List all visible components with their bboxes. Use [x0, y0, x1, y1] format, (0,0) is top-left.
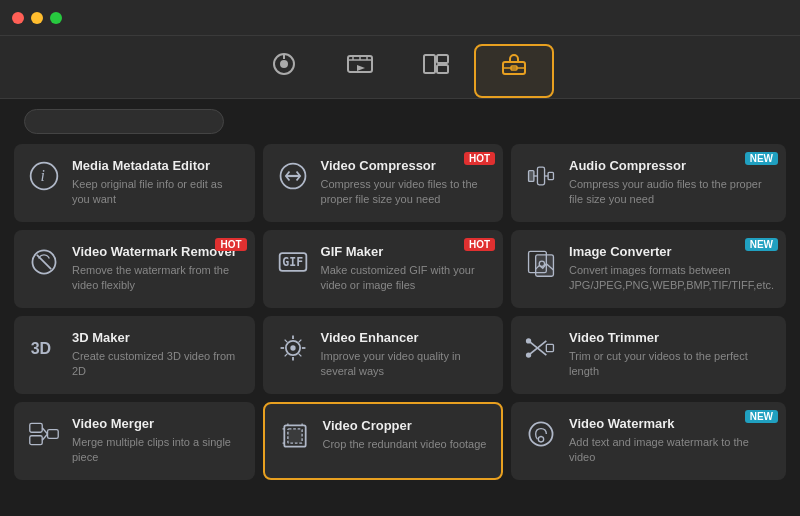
tool-title-video-cropper: Video Cropper	[323, 418, 490, 433]
tools-grid: iMedia Metadata EditorKeep original file…	[0, 144, 800, 494]
video-merger-icon	[26, 418, 62, 450]
tool-desc-gif-maker: Make customized GIF with your video or i…	[321, 263, 492, 294]
tool-card-video-enhancer[interactable]: Video EnhancerImprove your video quality…	[263, 316, 504, 394]
tool-desc-audio-compressor: Compress your audio files to the proper …	[569, 177, 774, 208]
video-watermark-icon	[523, 418, 559, 450]
svg-rect-52	[48, 430, 59, 439]
minimize-button[interactable]	[31, 12, 43, 24]
image-converter-icon	[523, 246, 559, 278]
video-enhancer-icon	[275, 332, 311, 364]
video-cropper-icon	[277, 420, 313, 452]
tool-card-video-trimmer[interactable]: Video TrimmerTrim or cut your videos to …	[511, 316, 786, 394]
search-wrapper: 🔍	[24, 109, 224, 134]
badge-image-converter: New	[745, 238, 778, 251]
tool-card-3d-maker[interactable]: 3D3D MakerCreate customized 3D video fro…	[14, 316, 255, 394]
tool-card-audio-compressor[interactable]: Audio CompressorCompress your audio file…	[511, 144, 786, 222]
tool-info-media-metadata-editor: Media Metadata EditorKeep original file …	[72, 158, 243, 208]
tool-info-gif-maker: GIF MakerMake customized GIF with your v…	[321, 244, 492, 294]
svg-text:i: i	[40, 167, 44, 184]
toolbox-icon	[500, 52, 528, 82]
tool-info-video-trimmer: Video TrimmerTrim or cut your videos to …	[569, 330, 774, 380]
svg-text:GIF: GIF	[282, 255, 303, 269]
tool-desc-3d-maker: Create customized 3D video from 2D	[72, 349, 243, 380]
close-button[interactable]	[12, 12, 24, 24]
tool-desc-video-watermark-remover: Remove the watermark from the video flex…	[72, 263, 243, 294]
tool-title-image-converter: Image Converter	[569, 244, 774, 259]
title-bar	[0, 0, 800, 36]
tool-card-video-watermark-remover[interactable]: Video Watermark RemoverRemove the waterm…	[14, 230, 255, 308]
svg-rect-49	[30, 436, 42, 445]
3d-maker-icon: 3D	[26, 332, 62, 364]
badge-video-watermark-remover: Hot	[215, 238, 246, 251]
svg-rect-54	[287, 429, 301, 443]
mv-icon	[346, 52, 374, 82]
tool-info-video-watermark-remover: Video Watermark RemoverRemove the waterm…	[72, 244, 243, 294]
svg-line-42	[284, 354, 286, 356]
svg-rect-20	[529, 171, 534, 182]
tool-desc-video-watermark: Add text and image watermark to the vide…	[569, 435, 774, 466]
svg-line-51	[42, 434, 47, 440]
nav-item-converter[interactable]	[246, 46, 322, 96]
video-watermark-remover-icon	[26, 246, 62, 278]
tool-title-video-watermark: Video Watermark	[569, 416, 774, 431]
tool-info-video-cropper: Video CropperCrop the redundant video fo…	[323, 418, 490, 452]
video-compressor-icon	[275, 160, 311, 192]
tool-card-video-compressor[interactable]: Video CompressorCompress your video file…	[263, 144, 504, 222]
svg-line-39	[284, 340, 286, 342]
svg-rect-24	[548, 172, 553, 179]
svg-point-46	[526, 352, 531, 357]
svg-point-1	[280, 60, 288, 68]
svg-rect-10	[437, 55, 448, 63]
tool-title-audio-compressor: Audio Compressor	[569, 158, 774, 173]
svg-rect-11	[437, 65, 448, 73]
badge-audio-compressor: New	[745, 152, 778, 165]
tool-info-video-merger: Video MergerMerge multiple clips into a …	[72, 416, 243, 466]
tool-card-video-cropper[interactable]: Video CropperCrop the redundant video fo…	[263, 402, 504, 480]
svg-rect-48	[30, 423, 42, 432]
tool-title-media-metadata-editor: Media Metadata Editor	[72, 158, 243, 173]
search-input[interactable]	[24, 109, 224, 134]
tool-desc-media-metadata-editor: Keep original file info or edit as you w…	[72, 177, 243, 208]
tool-title-video-merger: Video Merger	[72, 416, 243, 431]
svg-line-50	[42, 428, 47, 434]
svg-line-41	[298, 340, 300, 342]
tool-desc-image-converter: Convert images formats between JPG/JPEG,…	[569, 263, 774, 294]
video-trimmer-icon	[523, 332, 559, 364]
tool-card-media-metadata-editor[interactable]: iMedia Metadata EditorKeep original file…	[14, 144, 255, 222]
tool-card-video-merger[interactable]: Video MergerMerge multiple clips into a …	[14, 402, 255, 480]
nav-item-mv[interactable]	[322, 46, 398, 96]
traffic-lights	[12, 12, 62, 24]
tool-desc-video-merger: Merge multiple clips into a single piece	[72, 435, 243, 466]
tool-info-video-compressor: Video CompressorCompress your video file…	[321, 158, 492, 208]
tool-desc-video-cropper: Crop the redundant video footage	[323, 437, 490, 452]
media-metadata-editor-icon: i	[26, 160, 62, 192]
tool-info-audio-compressor: Audio CompressorCompress your audio file…	[569, 158, 774, 208]
svg-rect-23	[537, 167, 544, 185]
badge-gif-maker: Hot	[464, 238, 495, 251]
tool-card-image-converter[interactable]: Image ConverterConvert images formats be…	[511, 230, 786, 308]
nav-bar	[0, 36, 800, 99]
tool-desc-video-compressor: Compress your video files to the proper …	[321, 177, 492, 208]
maximize-button[interactable]	[50, 12, 62, 24]
svg-rect-47	[546, 344, 553, 351]
audio-compressor-icon	[523, 160, 559, 192]
tool-card-gif-maker[interactable]: GIFGIF MakerMake customized GIF with you…	[263, 230, 504, 308]
converter-icon	[270, 52, 298, 82]
tool-card-video-watermark[interactable]: Video WatermarkAdd text and image waterm…	[511, 402, 786, 480]
tool-info-image-converter: Image ConverterConvert images formats be…	[569, 244, 774, 294]
svg-point-34	[290, 345, 295, 350]
svg-rect-9	[424, 55, 435, 73]
search-bar: 🔍	[0, 99, 800, 144]
svg-text:3D: 3D	[31, 340, 51, 357]
tool-info-3d-maker: 3D MakerCreate customized 3D video from …	[72, 330, 243, 380]
nav-item-toolbox[interactable]	[474, 44, 554, 98]
tool-title-video-trimmer: Video Trimmer	[569, 330, 774, 345]
nav-item-collage[interactable]	[398, 46, 474, 96]
svg-point-45	[526, 338, 531, 343]
badge-video-compressor: Hot	[464, 152, 495, 165]
svg-marker-8	[357, 65, 365, 71]
tool-title-3d-maker: 3D Maker	[72, 330, 243, 345]
tool-desc-video-trimmer: Trim or cut your videos to the perfect l…	[569, 349, 774, 380]
tool-info-video-watermark: Video WatermarkAdd text and image waterm…	[569, 416, 774, 466]
svg-point-60	[538, 437, 543, 442]
